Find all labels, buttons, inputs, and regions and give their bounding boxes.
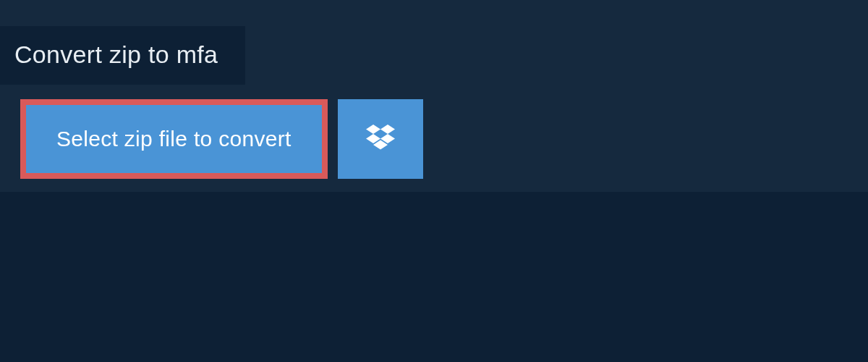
- page-title: Convert zip to mfa: [14, 41, 218, 69]
- header-tab: Convert zip to mfa: [0, 26, 245, 85]
- select-file-button[interactable]: Select zip file to convert: [20, 99, 328, 179]
- action-row: Select zip file to convert: [20, 99, 868, 179]
- select-file-label: Select zip file to convert: [56, 127, 292, 151]
- dropbox-icon: [366, 125, 395, 153]
- dropbox-button[interactable]: [338, 99, 423, 179]
- content-area: [0, 192, 868, 362]
